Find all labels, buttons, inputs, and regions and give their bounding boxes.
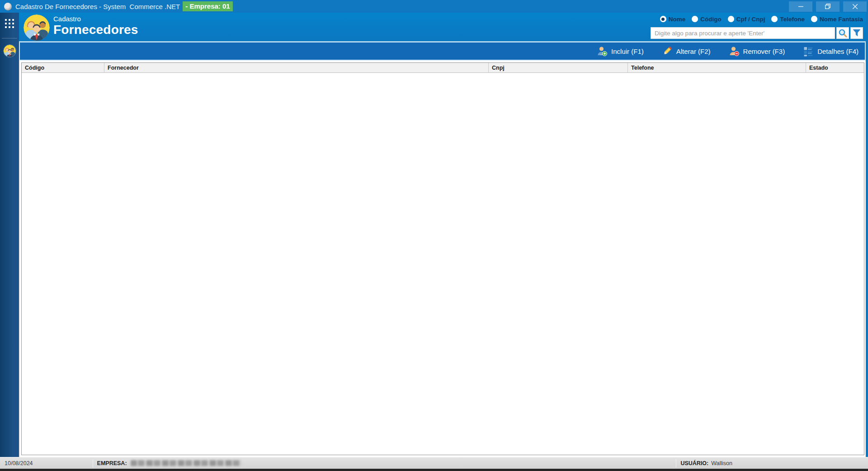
minimize-icon: [798, 4, 803, 9]
sidebar: [0, 13, 19, 457]
minimize-button[interactable]: [789, 1, 812, 12]
incluir-label: Incluir (F1): [611, 48, 644, 55]
person-remove-icon: [729, 46, 740, 57]
radio-label: Cpf / Cnpj: [736, 16, 765, 23]
radio-nome[interactable]: Nome: [660, 16, 686, 23]
column-header-fornecedor[interactable]: Fornecedor: [104, 63, 489, 72]
search-panel: Nome Código Cpf / Cnpj Telefone Nome Fan…: [651, 14, 863, 39]
radio-codigo[interactable]: Código: [692, 16, 722, 23]
window-bottom-edge: [0, 469, 868, 471]
apps-grid-icon[interactable]: [5, 19, 14, 28]
radio-circle-icon: [771, 16, 778, 22]
status-bar: 10/08/2024 EMPRESA: USUÁRIO: Wallison: [0, 457, 868, 469]
alterar-label: Alterar (F2): [676, 48, 711, 55]
usuario-value: Wallison: [711, 460, 732, 466]
action-toolbar: Incluir (F1) Alterar (F2): [19, 43, 866, 61]
radio-circle-icon: [660, 16, 666, 22]
remover-button[interactable]: Remover (F3): [729, 46, 785, 57]
window-right-edge: [866, 13, 868, 457]
radio-label: Telefone: [780, 16, 805, 23]
empresa-badge: - Empresa: 01: [183, 1, 232, 11]
close-icon: [853, 4, 858, 9]
status-divider: [676, 459, 676, 467]
radio-nome-fantasia[interactable]: Nome Fantasia: [811, 16, 863, 23]
fornecedores-grid[interactable]: Código Fornecedor Cnpj Telefone Estado: [21, 62, 864, 455]
radio-circle-icon: [811, 16, 817, 22]
pencil-icon: [662, 46, 673, 57]
search-input[interactable]: [651, 27, 835, 39]
page-header: Cadastro Fornecedores Nome Código Cpf / …: [19, 13, 866, 43]
main-area: Cadastro Fornecedores Nome Código Cpf / …: [19, 13, 866, 457]
search-button[interactable]: [836, 27, 849, 39]
filter-icon: [853, 29, 861, 37]
detalhes-button[interactable]: Detalhes (F4): [803, 46, 859, 57]
column-header-estado[interactable]: Estado: [806, 63, 864, 72]
search-icon: [838, 29, 847, 38]
filter-button[interactable]: [850, 27, 863, 39]
sidebar-divider: [2, 38, 17, 38]
grid-body-empty: [22, 73, 864, 455]
page-title: Fornecedores: [53, 23, 138, 37]
maximize-button[interactable]: [816, 1, 840, 12]
empresa-value-redacted: [131, 460, 241, 466]
column-header-telefone[interactable]: Telefone: [628, 63, 806, 72]
status-divider: [93, 459, 93, 467]
radio-label: Nome: [669, 16, 686, 23]
radio-circle-icon: [728, 16, 734, 22]
window-title: Cadastro De Fornecedores - System Commer…: [15, 3, 180, 10]
grid-header-row: Código Fornecedor Cnpj Telefone Estado: [22, 63, 864, 73]
app-icon: [4, 3, 12, 10]
search-filter-options: Nome Código Cpf / Cnpj Telefone Nome Fan…: [651, 14, 863, 24]
detalhes-label: Detalhes (F4): [817, 48, 859, 55]
remover-label: Remover (F3): [743, 48, 785, 55]
maximize-icon: [825, 4, 830, 9]
search-row: [651, 27, 863, 39]
alterar-button[interactable]: Alterar (F2): [662, 46, 711, 57]
status-date: 10/08/2024: [5, 460, 33, 466]
title-bar: Cadastro De Fornecedores - System Commer…: [0, 0, 868, 13]
incluir-button[interactable]: Incluir (F1): [597, 46, 644, 57]
radio-circle-icon: [692, 16, 698, 22]
user-avatar-icon[interactable]: [4, 45, 16, 57]
column-header-codigo[interactable]: Código: [22, 63, 104, 72]
person-add-icon: [597, 46, 608, 57]
page-subtitle: Cadastro: [53, 15, 138, 23]
close-button[interactable]: [843, 1, 867, 12]
radio-telefone[interactable]: Telefone: [771, 16, 805, 23]
window-controls: [785, 0, 868, 13]
radio-label: Nome Fantasia: [820, 16, 863, 23]
radio-label: Código: [700, 16, 722, 23]
details-icon: [803, 46, 814, 57]
empresa-label: EMPRESA:: [97, 460, 127, 466]
usuario-label: USUÁRIO:: [680, 460, 708, 466]
content-area: Código Fornecedor Cnpj Telefone Estado: [19, 61, 866, 457]
radio-cpf-cnpj[interactable]: Cpf / Cnpj: [728, 16, 765, 23]
people-logo-icon: [24, 14, 50, 41]
header-titles: Cadastro Fornecedores: [53, 15, 138, 37]
column-header-cnpj[interactable]: Cnpj: [489, 63, 628, 72]
